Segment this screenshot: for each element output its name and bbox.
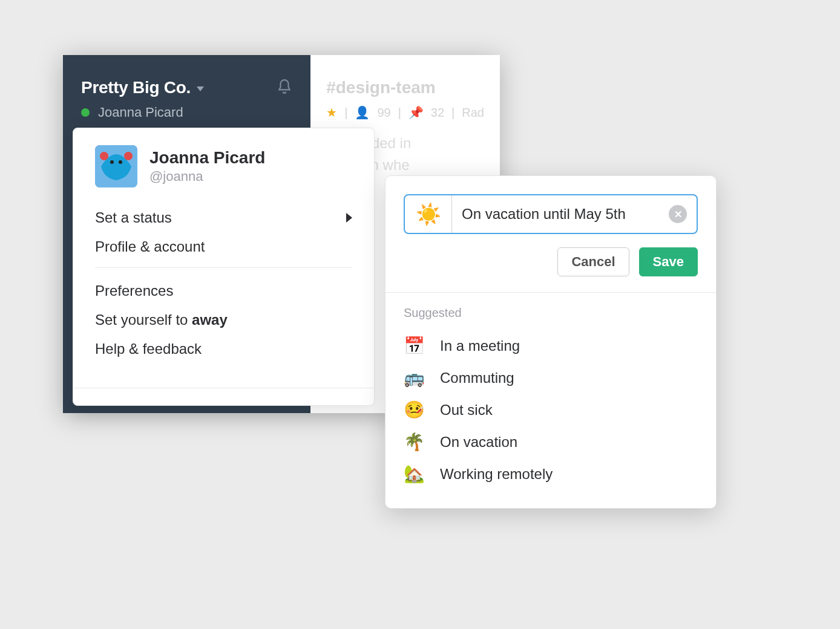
caret-right-icon (346, 213, 352, 223)
clear-status-button[interactable]: ✕ (669, 205, 687, 223)
menu-item-label: Set a status (95, 209, 172, 226)
close-icon: ✕ (674, 209, 682, 220)
status-emoji-picker[interactable]: ☀️ (405, 195, 452, 233)
members-count: 99 (377, 104, 390, 122)
suggested-label: Suggested (404, 306, 698, 320)
channel-name: #design-team (326, 76, 484, 100)
svg-point-4 (100, 152, 108, 160)
sun-icon: ☀️ (416, 202, 441, 226)
suggested-item-label: Out sick (440, 402, 493, 419)
presence-indicator (81, 108, 90, 117)
suggested-item-sick[interactable]: 🤒 Out sick (404, 394, 698, 426)
cancel-button[interactable]: Cancel (557, 247, 629, 276)
channel-meta: ★ | 👤 99 | 📌 32 | Rad (326, 104, 484, 122)
account-menu: Joanna Picard @joanna Set a status Profi… (73, 128, 375, 406)
suggested-item-label: On vacation (440, 434, 517, 451)
workspace-name: Pretty Big Co. (81, 78, 191, 97)
members-icon: 👤 (355, 104, 370, 122)
menu-item-preferences[interactable]: Preferences (73, 276, 374, 305)
svg-point-5 (124, 152, 133, 160)
pin-icon: 📌 (409, 104, 424, 122)
menu-item-label: Help & feedback (95, 341, 202, 357)
bell-icon[interactable] (277, 79, 292, 97)
suggested-item-label: In a meeting (440, 337, 520, 354)
svg-point-2 (110, 160, 114, 164)
menu-item-profile[interactable]: Profile & account (73, 232, 374, 261)
menu-user-name: Joanna Picard (149, 148, 265, 168)
save-button[interactable]: Save (639, 247, 698, 276)
bus-icon: 🚌 (404, 368, 424, 388)
status-input[interactable] (452, 206, 669, 223)
menu-item-help[interactable]: Help & feedback (73, 334, 374, 363)
suggested-item-label: Commuting (440, 370, 514, 386)
status-popover: ☀️ ✕ Cancel Save Suggested 📅 In a meetin… (385, 175, 717, 509)
suggested-item-meeting[interactable]: 📅 In a meeting (404, 330, 698, 362)
menu-item-set-away[interactable]: Set yourself to away (73, 305, 374, 334)
menu-item-label: Preferences (95, 282, 173, 299)
house-icon: 🏡 (404, 464, 424, 484)
menu-item-set-status[interactable]: Set a status (73, 203, 374, 232)
menu-divider (95, 267, 352, 268)
current-user-name: Joanna Picard (98, 105, 183, 120)
menu-item-label: Profile & account (95, 238, 205, 255)
sick-face-icon: 🤒 (404, 400, 424, 420)
menu-user-handle: @joanna (149, 169, 265, 184)
status-input-group: ☀️ ✕ (404, 194, 698, 234)
workspace-switcher[interactable]: Pretty Big Co. (63, 55, 310, 103)
calendar-icon: 📅 (404, 336, 424, 356)
menu-header: Joanna Picard @joanna (73, 142, 374, 200)
star-icon[interactable]: ★ (326, 104, 337, 122)
suggested-item-remote[interactable]: 🏡 Working remotely (404, 458, 698, 490)
suggested-item-commuting[interactable]: 🚌 Commuting (404, 362, 698, 394)
pins-count: 32 (431, 104, 444, 122)
chevron-down-icon (197, 86, 204, 91)
suggested-item-label: Working remotely (440, 466, 553, 483)
palm-tree-icon: 🌴 (404, 432, 424, 452)
menu-item-label: Set yourself to away (95, 311, 228, 328)
avatar (95, 145, 137, 187)
channel-topic: Rad (462, 104, 484, 122)
svg-point-3 (119, 160, 122, 164)
suggested-item-vacation[interactable]: 🌴 On vacation (404, 426, 698, 458)
